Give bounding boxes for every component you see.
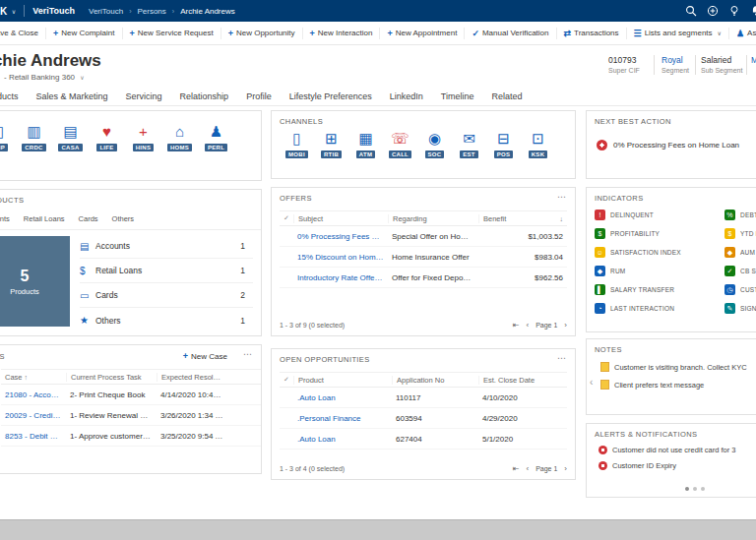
channel-chip[interactable]: ⊞ RTIB: [314, 130, 348, 158]
chevron-down-icon[interactable]: ∨: [12, 8, 16, 15]
column-header-task[interactable]: Current Process Task: [66, 373, 157, 382]
stat-value[interactable]: M: [751, 55, 756, 65]
assign-button[interactable]: ♟ Assign: [729, 29, 756, 38]
lists-and-segments-button[interactable]: ☰ Lists and segments ∨: [627, 29, 728, 38]
column-header-benefit[interactable]: Benefit ↓: [478, 214, 567, 223]
new-appointment-button[interactable]: + New Appointment: [380, 29, 464, 38]
channel-chip[interactable]: ⊟ POS: [486, 130, 521, 158]
case-link[interactable]: 8253 - Debit Card: [1, 432, 66, 441]
tab-timeline[interactable]: Timeline: [432, 91, 483, 101]
product-code-badge: PERL: [205, 144, 227, 151]
case-link[interactable]: 20029 - Credit Card: [1, 411, 66, 420]
product-chip[interactable]: ⌂ HOMS: [161, 123, 198, 151]
carousel-dot[interactable]: [693, 487, 697, 491]
new-service-request-button[interactable]: + New Service Request: [123, 29, 220, 38]
bell-icon[interactable]: [750, 5, 756, 17]
channel-chip[interactable]: ◉ SOC: [417, 130, 452, 158]
product-chip[interactable]: + HINS: [125, 123, 161, 151]
product-chip[interactable]: ▥ CRDC: [16, 123, 52, 151]
tab-servicing[interactable]: Servicing: [117, 91, 171, 101]
command-label: Transactions: [574, 29, 619, 37]
column-header-application-no[interactable]: Application No: [392, 376, 478, 385]
table-row: 21080 - Accounts 2- Print Cheque Book 4/…: [1, 385, 261, 405]
search-icon[interactable]: [685, 5, 697, 17]
more-options-icon[interactable]: ⋯: [557, 353, 567, 363]
list-icon: ☰: [634, 29, 642, 38]
carousel-dot[interactable]: [701, 487, 705, 491]
note-item[interactable]: Client prefers text message: [600, 380, 756, 390]
product-category-row[interactable]: ▭ Cards 2: [80, 283, 253, 308]
save-and-close-button[interactable]: ▤ Save & Close: [0, 29, 45, 38]
tab-lifestyle-preferences[interactable]: Lifestyle Preferences: [281, 91, 381, 101]
tab-profile[interactable]: Profile: [237, 91, 281, 101]
more-options-icon[interactable]: ⋯: [557, 192, 567, 202]
offer-subject-link[interactable]: 15% Discount on Home Insurance: [293, 253, 388, 262]
channel-chip[interactable]: ✉ EST: [452, 130, 486, 158]
tab-related[interactable]: Related: [482, 91, 531, 101]
channel-chip[interactable]: ▯ MOBI: [280, 130, 314, 158]
transactions-button[interactable]: ⇄ Transactions: [557, 29, 626, 38]
channel-chip[interactable]: ☏ CALL: [383, 130, 417, 158]
cases-card: CASES + New Case ⋯ Case ↑ Current Proces…: [0, 344, 262, 474]
select-all-icon[interactable]: ✓: [280, 376, 293, 384]
manual-verification-button[interactable]: ✓ Manual Verification: [465, 29, 555, 38]
note-item[interactable]: Customer is visiting branch. Collect KYC: [600, 362, 756, 372]
subtab-accounts[interactable]: Accounts: [0, 214, 10, 223]
opportunity-product-link[interactable]: .Personal Finance: [293, 414, 392, 423]
subtab-cards[interactable]: Cards: [79, 214, 98, 223]
next-page-icon[interactable]: ›: [564, 321, 567, 330]
product-chip[interactable]: ♟ PERL: [198, 123, 234, 151]
previous-page-icon[interactable]: ‹: [526, 321, 529, 330]
product-category-row[interactable]: ★ Others 1: [80, 308, 253, 332]
product-category-row[interactable]: $ Retail Loans 1: [80, 259, 253, 283]
breadcrumb-item[interactable]: VeriTouch: [89, 7, 123, 16]
column-header-subject[interactable]: Subject: [293, 214, 388, 223]
column-header-regarding[interactable]: Regarding: [388, 214, 478, 223]
tab-relationship[interactable]: Relationship: [171, 91, 238, 101]
new-case-button[interactable]: + New Case: [183, 351, 227, 361]
tab-products[interactable]: Products: [0, 91, 28, 101]
case-link[interactable]: 21080 - Accounts: [1, 390, 66, 399]
form-selector[interactable]: - Retail Banking 360 ∨: [4, 73, 85, 82]
offer-subject-link[interactable]: Introductory Rate Offer for Fixed Deposi…: [293, 273, 388, 282]
product-category-row[interactable]: ▤ Accounts 1: [80, 234, 253, 259]
stat-value[interactable]: Royal: [662, 55, 689, 65]
column-header-case[interactable]: Case ↑: [1, 373, 66, 382]
app-name[interactable]: VeriTouch: [32, 6, 75, 16]
breadcrumb-item-current[interactable]: Archie Andrews: [180, 7, 235, 16]
next-page-icon[interactable]: ›: [564, 464, 567, 473]
subtab-others[interactable]: Others: [112, 214, 135, 223]
new-complaint-button[interactable]: + New Complaint: [46, 29, 122, 38]
breadcrumb-item[interactable]: Persons: [137, 7, 165, 16]
channel-chip[interactable]: ▦ ATM: [348, 130, 383, 158]
more-options-icon[interactable]: ⋯: [243, 349, 253, 359]
products-subtabs: Accounts Retail Loans Cards Others: [0, 205, 261, 230]
next-best-action-item[interactable]: 0% Processing Fees on Home Loan: [597, 140, 756, 150]
offer-subject-link[interactable]: 0% Processing Fees on Home Loan: [293, 232, 388, 241]
opportunity-product-link[interactable]: .Auto Loan: [293, 393, 392, 402]
tab-linkedin[interactable]: LinkedIn: [381, 91, 432, 101]
product-chip[interactable]: ♥ LIFE: [89, 123, 125, 151]
column-header-resolution[interactable]: Expected Resolution: [157, 373, 227, 382]
carousel-dots[interactable]: [685, 487, 705, 491]
first-page-icon[interactable]: ⇤: [513, 464, 520, 473]
product-chip[interactable]: ◫ FDIP: [0, 123, 16, 151]
alert-item[interactable]: Customer did not use credit card for 3: [598, 446, 756, 454]
select-all-icon[interactable]: ✓: [280, 214, 293, 222]
previous-page-icon[interactable]: ‹: [526, 464, 529, 473]
column-header-close-date[interactable]: Est. Close Date: [478, 376, 567, 385]
product-chip[interactable]: ▤ CASA: [52, 123, 89, 151]
opportunity-product-link[interactable]: .Auto Loan: [293, 435, 392, 444]
quick-create-icon[interactable]: [707, 5, 719, 17]
tab-sales-marketing[interactable]: Sales & Marketing: [28, 91, 117, 101]
subtab-retail-loans[interactable]: Retail Loans: [24, 214, 65, 223]
column-header-product[interactable]: Product: [293, 376, 392, 385]
first-page-icon[interactable]: ⇤: [513, 321, 520, 330]
channel-chip[interactable]: ⊡ KSK: [521, 130, 555, 158]
new-opportunity-button[interactable]: + New Opportunity: [221, 29, 302, 38]
new-interaction-button[interactable]: + New Interaction: [303, 29, 380, 38]
carousel-previous-icon[interactable]: ‹: [590, 377, 593, 388]
lightbulb-icon[interactable]: [728, 5, 740, 17]
alert-item[interactable]: Customer ID Expiry: [598, 461, 756, 470]
carousel-dot[interactable]: [685, 487, 689, 491]
